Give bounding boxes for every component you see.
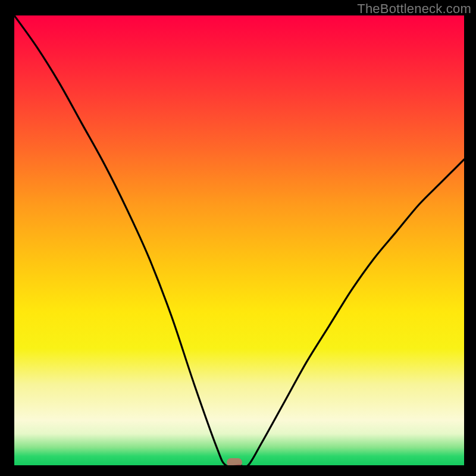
attribution-label: TheBottleneck.com (357, 1, 471, 17)
curve-layer (14, 15, 464, 465)
minimum-marker (227, 458, 242, 465)
plot-area (14, 15, 464, 465)
bottleneck-curve (14, 15, 464, 465)
chart-frame: TheBottleneck.com (0, 0, 476, 476)
